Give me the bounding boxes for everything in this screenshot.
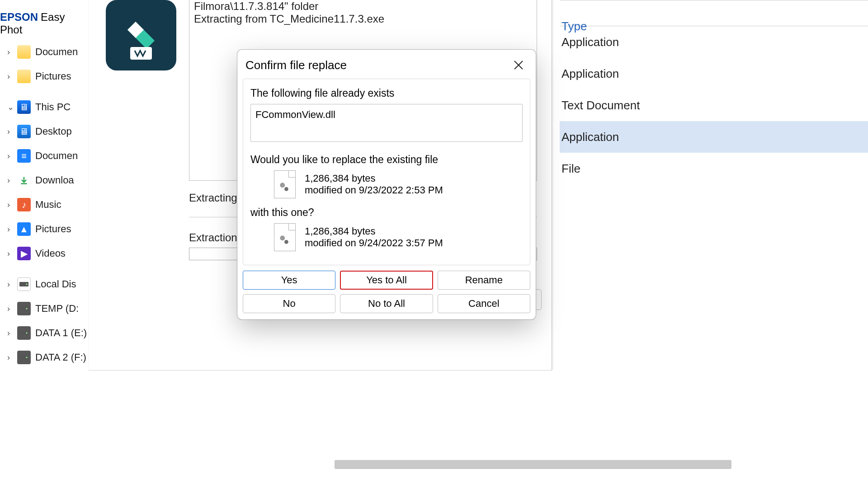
existing-file-row: 1,286,384 bytes modified on 9/23/2022 2:… [274, 170, 523, 198]
tree-item[interactable]: ›♪Music [0, 192, 88, 217]
tree-item[interactable]: ›DATA 1 (E:) [0, 321, 88, 345]
tree-item[interactable]: ⌄🖥This PC [0, 95, 88, 119]
vid-icon: ▶ [17, 247, 31, 260]
pic-icon: ▲ [17, 222, 31, 236]
dl-icon [17, 174, 31, 187]
chevron-right-icon: › [7, 47, 13, 57]
type-cell[interactable]: Application [560, 26, 868, 58]
tree-item-label: Local Dis [35, 278, 76, 290]
gear-icon [278, 234, 290, 245]
close-button[interactable] [509, 56, 528, 74]
svg-point-13 [284, 187, 288, 191]
rename-button[interactable]: Rename [438, 271, 530, 290]
svg-point-3 [26, 308, 28, 310]
message-replace: Would you like to replace the existing f… [250, 154, 523, 166]
tree-item-label: Documen [35, 150, 78, 162]
file-icon [274, 170, 296, 198]
drive-icon [17, 351, 31, 364]
tree-item-label: Videos [35, 248, 66, 259]
filename: FCommonView.dll [255, 109, 335, 120]
svg-point-5 [26, 333, 28, 334]
message-with: with this one? [250, 206, 523, 219]
close-icon [513, 60, 524, 70]
log-line: Filmora\11.7.3.814" folder [194, 0, 532, 13]
tree-item-label: Music [35, 199, 61, 211]
column-header-type[interactable]: Type [560, 0, 868, 26]
no-button[interactable]: No [243, 294, 335, 313]
brand-text: EPSON [0, 11, 38, 23]
drive-icon [17, 326, 31, 340]
filename-field: FCommonView.dll [250, 104, 523, 142]
confirm-replace-dialog: Confirm file replace The following file … [237, 50, 536, 319]
incoming-modified: modified on 9/24/2022 3:57 PM [305, 237, 443, 249]
type-cell[interactable]: Text Document [560, 89, 868, 121]
tree-item-label: DATA 1 (E:) [35, 327, 87, 339]
chevron-right-icon: › [7, 280, 13, 289]
svg-point-1 [26, 284, 28, 285]
chevron-down-icon: ⌄ [7, 102, 13, 112]
svg-point-14 [280, 235, 285, 240]
tree-item-label: Desktop [35, 126, 72, 137]
chevron-right-icon: › [7, 151, 13, 161]
no-to-all-button[interactable]: No to All [340, 294, 433, 313]
tree-item-label: This PC [35, 101, 71, 113]
tree-item-label: Pictures [35, 223, 71, 235]
chevron-right-icon: › [7, 353, 13, 362]
tree-item[interactable]: ›Documen [0, 40, 88, 64]
chevron-right-icon: › [7, 225, 13, 234]
drive-icon [17, 302, 31, 315]
tree-item-label: Documen [35, 46, 78, 58]
tree-item[interactable]: ›▶Videos [0, 241, 88, 266]
file-icon [274, 223, 296, 251]
brand: EPSONEasy Phot [0, 0, 88, 40]
app-logo [106, 0, 176, 70]
tree-item-label: DATA 2 (F:) [35, 352, 86, 363]
tree-item-label: Pictures [35, 70, 71, 82]
yes-button[interactable]: Yes [243, 271, 335, 290]
music-icon: ♪ [17, 198, 31, 211]
tree-item-label: Downloa [35, 174, 74, 186]
chevron-right-icon: › [7, 328, 13, 338]
explorer-nav-tree: EPSONEasy Phot ›Documen›Pictures⌄🖥This P… [0, 0, 89, 371]
chevron-right-icon: › [7, 72, 13, 81]
pc-icon: 🖥 [17, 100, 31, 114]
type-cell[interactable]: Application [560, 58, 868, 89]
chevron-right-icon: › [7, 304, 13, 314]
yes-to-all-button[interactable]: Yes to All [340, 271, 433, 290]
drivew-icon [17, 277, 31, 291]
tree-item-label: TEMP (D: [35, 303, 79, 314]
chevron-right-icon: › [7, 200, 13, 210]
incoming-size: 1,286,384 bytes [305, 225, 443, 237]
tree-item[interactable]: ›Downloa [0, 168, 88, 192]
folder-icon [17, 45, 31, 59]
tree-item[interactable]: ›Local Dis [0, 272, 88, 296]
tree-item[interactable]: ›≡Documen [0, 144, 88, 168]
type-cell[interactable]: File [560, 153, 868, 184]
gear-icon [278, 181, 290, 192]
tree-item[interactable]: ›DATA 2 (F:) [0, 345, 88, 370]
chevron-right-icon: › [7, 176, 13, 185]
tree-item[interactable]: ›TEMP (D: [0, 296, 88, 321]
cancel-button[interactable]: Cancel [438, 294, 530, 313]
desk-icon: 🖥 [17, 125, 31, 138]
type-cell[interactable]: Application [560, 121, 868, 153]
incoming-file-row: 1,286,384 bytes modified on 9/24/2022 3:… [274, 223, 523, 251]
svg-point-7 [26, 357, 28, 358]
tree-item[interactable]: ›▲Pictures [0, 217, 88, 241]
existing-modified: modified on 9/23/2022 2:53 PM [305, 184, 443, 196]
tree-item[interactable]: ›🖥Desktop [0, 119, 88, 144]
dialog-title: Confirm file replace [245, 58, 347, 72]
existing-size: 1,286,384 bytes [305, 173, 443, 184]
svg-point-12 [280, 183, 285, 188]
log-line: Extracting from TC_Medicine11.7.3.exe [194, 13, 532, 25]
wondershare-mark-icon [130, 47, 152, 60]
horizontal-scrollbar-track[interactable] [161, 465, 658, 480]
chevron-right-icon: › [7, 249, 13, 258]
horizontal-scrollbar-thumb[interactable] [335, 460, 731, 469]
tree-item[interactable]: ›Pictures [0, 64, 88, 89]
svg-point-15 [284, 240, 288, 244]
file-list-type-column: Type ApplicationApplicationText Document… [560, 0, 868, 371]
doc-icon: ≡ [17, 149, 31, 163]
folder-icon [17, 70, 31, 83]
chevron-right-icon: › [7, 127, 13, 136]
